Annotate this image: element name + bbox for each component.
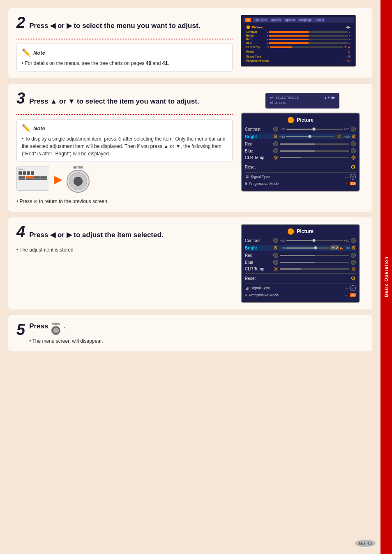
- menu-blue-row: Blue ● ●: [246, 42, 350, 44]
- osd4-blue-right: [351, 260, 356, 265]
- step-3-heading: Press ▲ or ▼ to select the item you want…: [29, 97, 199, 106]
- s4-bright-fill: [286, 247, 316, 249]
- contrast-track: [286, 129, 343, 130]
- menu-contrast-label: Contrast: [246, 30, 267, 33]
- s4-bright-arrow: ▶: [340, 246, 343, 250]
- clrtemp-right-sun: 🔆: [351, 155, 356, 160]
- osd4-red-right: [351, 253, 356, 258]
- step-2-page40: 40: [146, 60, 151, 66]
- step-2-divider: [16, 39, 233, 39]
- step-3-divider: [16, 114, 233, 115]
- enter-button: [67, 170, 90, 193]
- osd-progressive-label: Progressive Mode: [249, 182, 279, 186]
- progressive-icon: ≡: [245, 181, 247, 186]
- r5: [18, 178, 25, 180]
- s4-bright-thumb: [314, 246, 317, 249]
- step-2-heading: Press ◀ or ▶ to select the menu you want…: [29, 21, 200, 30]
- osd-title-step3: Picture: [297, 117, 314, 123]
- hint-adjust-label: ADJUST: [275, 101, 288, 105]
- signal-icon: 🖥: [245, 175, 249, 179]
- remote-diagram: MENU: [16, 166, 233, 193]
- step-3-note-icon: ✏️: [22, 124, 31, 133]
- step-2-note-header: ✏️ Note: [22, 48, 227, 57]
- menu-clrtemp-label: CLR Temp: [246, 46, 267, 48]
- s4-contrast-track: [286, 240, 343, 241]
- step-5-period: .: [64, 322, 66, 331]
- menu-tab-status: Status: [314, 18, 325, 22]
- s4-contrast-minus: −30: [280, 239, 286, 242]
- osd4-contrast-right: [351, 238, 356, 243]
- menu-bright-row: Bright ● ●: [246, 34, 350, 37]
- step-2-right: I/II Fine Sync Options Options Language …: [241, 15, 364, 70]
- page-num: 43: [367, 541, 372, 546]
- s4-blue-track: [280, 262, 349, 263]
- osd4-red-left: [273, 253, 278, 258]
- signaltype-arrow: → ⓔ: [344, 54, 350, 58]
- menu-screen-top: I/II Fine Sync Options Options Language …: [241, 15, 356, 67]
- step-4-bullet: • The adjustment is stored.: [16, 246, 233, 254]
- step-3-box: 3 Press ▲ or ▼ to select the item you wa…: [8, 84, 372, 212]
- step-5-number: 5: [16, 322, 25, 337]
- hint-select-label: SELECT/MOVE: [275, 96, 299, 99]
- menu-button: MENU: [51, 322, 60, 335]
- menu-tab-options2: Options: [284, 18, 296, 22]
- s4-contrast-plus: +30: [344, 239, 349, 242]
- bright-plus: ●: [349, 35, 350, 37]
- osd4-clrtemp-label: CLR Temp: [245, 267, 272, 271]
- osd-title-bar-step3: 🟠 Picture: [245, 117, 356, 123]
- remote-btn-2: [23, 171, 26, 175]
- menu-tab-finesync: Fine Sync: [253, 18, 268, 22]
- osd4-clrtemp-slider: [280, 268, 349, 270]
- step-4-header: 4 Press ◀ or ▶ to adjust the item select…: [16, 224, 233, 244]
- osd4-red-slider: [280, 255, 349, 256]
- osd4-reset-label: Reset: [245, 276, 272, 281]
- osd-red-right: [351, 141, 356, 146]
- step-2-note: ✏️ Note • For details on the menus, see …: [16, 44, 233, 72]
- step-2-left-arrow: ◀: [50, 22, 58, 30]
- osd-sep-2: [245, 172, 356, 173]
- menu-circle-btn: [51, 326, 60, 335]
- osd-bright-row: Bright ⚙ −30 0 +30 ⚙: [245, 134, 356, 139]
- enter-outer-ring: [69, 172, 87, 190]
- s4-bright-track: [286, 247, 330, 249]
- step-3-right: ↩ SELECT/MOVE ▲▼◀▶ ⏎ ADJUST 🟠: [241, 90, 364, 192]
- bright-plus-val: +30: [344, 135, 350, 138]
- osd-red-row: Red: [245, 141, 356, 146]
- osd-picture-icon-step4: 🟠: [287, 228, 294, 235]
- osd4-signal-row: 🖥 Signal Type → ○: [245, 285, 356, 291]
- menu-blue-label: Blue: [246, 42, 267, 44]
- picture-arrow: ◀▶: [346, 25, 350, 29]
- main-content: 2 Press ◀ or ▶ to select the menu you wa…: [0, 0, 380, 554]
- menu-tabs-bar: I/II Fine Sync Options Options Language …: [243, 17, 354, 23]
- page-prefix: GB: [359, 541, 365, 546]
- picture-label-menu: Picture: [252, 25, 263, 29]
- s4-bright-sun-left: ⚙: [273, 245, 278, 251]
- step-2-or: or: [58, 22, 67, 30]
- osd4-sep-1: [245, 273, 356, 274]
- osd-blue-label: Blue: [245, 149, 272, 153]
- s4-blue-fill: [280, 262, 315, 263]
- step-2-header: 2 Press ◀ or ▶ to select the menu you wa…: [16, 15, 233, 35]
- step-4-bullet-text: The adjustment is stored.: [19, 247, 75, 253]
- enter-center-btn: [74, 177, 83, 186]
- reset-circle-icon: ⊙: [348, 50, 350, 53]
- s4-red-fill: [280, 255, 315, 256]
- menu-red-row: Red ● ●: [246, 38, 350, 41]
- step-2-content: 2 Press ◀ or ▶ to select the menu you wa…: [16, 15, 364, 72]
- remote-btn-1: [18, 171, 22, 175]
- menu-reset-label: Reset: [246, 50, 267, 53]
- step-2-note-title: Note: [33, 50, 45, 56]
- page-number-area: GB-43: [355, 539, 376, 547]
- step-5-content: Press MENU . • The menu screen will disa…: [29, 322, 103, 345]
- osd-red-slider: [280, 143, 349, 145]
- osd-contrast-left: [273, 127, 278, 132]
- s4-clrtemp-fill: [280, 268, 301, 270]
- step-3-press-return: • Press ⊙ to return to the previous scre…: [16, 198, 233, 205]
- contrast-fill: [286, 129, 315, 130]
- osd-contrast-right: [351, 127, 356, 132]
- clrtemp-sun2: ☀: [344, 45, 347, 49]
- menu-content: 🟠 Picture ◀▶ Contrast ● ●: [243, 24, 354, 65]
- s4-bright-minus: −30: [279, 246, 285, 250]
- blue-minus: ●: [267, 42, 268, 44]
- osd4-contrast-slider: −30 +30: [280, 239, 349, 242]
